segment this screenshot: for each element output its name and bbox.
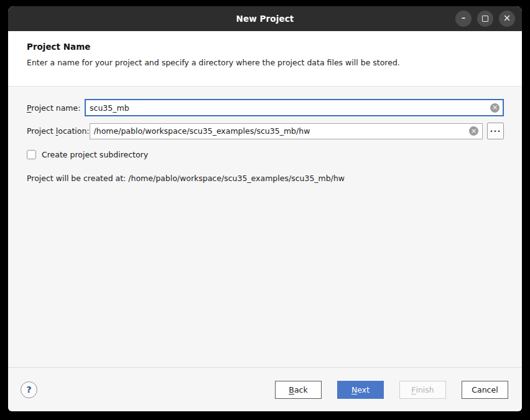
browse-location-button[interactable]: ... bbox=[487, 123, 504, 139]
close-icon: × bbox=[503, 14, 511, 23]
clear-name-icon[interactable]: × bbox=[490, 103, 500, 113]
subdirectory-checkbox-row[interactable]: Create project subdirectory bbox=[27, 150, 504, 159]
footer-buttons: Back Next Finish Cancel bbox=[275, 381, 508, 399]
project-created-at-text: Project will be created at: /home/pablo/… bbox=[27, 174, 504, 183]
next-button[interactable]: Next bbox=[337, 381, 384, 399]
clear-location-icon[interactable]: × bbox=[469, 126, 478, 136]
project-name-input[interactable] bbox=[85, 99, 504, 116]
project-location-label: Project location: bbox=[27, 126, 90, 136]
minimize-icon: – bbox=[462, 14, 466, 22]
window-title: New Project bbox=[236, 14, 294, 24]
minimize-button[interactable]: – bbox=[455, 11, 472, 27]
project-name-row: Project name: × bbox=[27, 99, 504, 116]
maximize-button[interactable] bbox=[477, 11, 493, 27]
subdirectory-checkbox[interactable] bbox=[27, 150, 36, 159]
project-name-label: Project name: bbox=[27, 103, 85, 113]
project-location-row: Project location: × ... bbox=[27, 123, 504, 139]
page-title: Project Name bbox=[27, 42, 503, 52]
finish-button[interactable]: Finish bbox=[399, 381, 446, 399]
window-controls: – × bbox=[455, 6, 515, 31]
wizard-footer: ? Back Next Finish Cancel bbox=[8, 367, 522, 411]
cancel-button[interactable]: Cancel bbox=[462, 381, 508, 399]
wizard-body: Project name: × Project location: × ... bbox=[8, 86, 522, 367]
back-button[interactable]: Back bbox=[275, 381, 322, 399]
help-button[interactable]: ? bbox=[21, 381, 37, 398]
help-icon: ? bbox=[26, 385, 31, 394]
close-button[interactable]: × bbox=[499, 11, 515, 27]
maximize-icon bbox=[482, 16, 488, 22]
wizard-header: Project Name Enter a name for your proje… bbox=[8, 31, 522, 86]
ellipsis-icon: ... bbox=[490, 124, 501, 134]
project-location-input-wrap: × bbox=[90, 123, 483, 139]
new-project-dialog: New Project – × Project Name Enter a nam… bbox=[8, 6, 522, 411]
project-location-input[interactable] bbox=[90, 123, 483, 139]
titlebar[interactable]: New Project – × bbox=[8, 6, 522, 31]
subdirectory-checkbox-label: Create project subdirectory bbox=[42, 150, 148, 159]
page-subtitle: Enter a name for your project and specif… bbox=[27, 58, 503, 67]
project-name-input-wrap: × bbox=[85, 99, 504, 116]
